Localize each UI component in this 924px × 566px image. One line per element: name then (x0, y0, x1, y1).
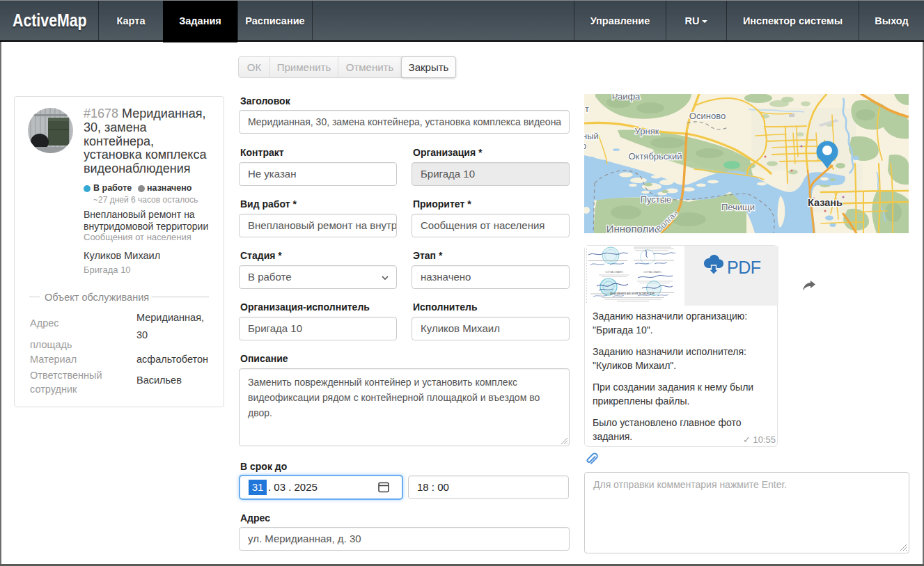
svg-text:Октябрьский: Октябрьский (628, 151, 682, 162)
svg-text:PDF: PDF (727, 258, 761, 277)
svg-text:Пустые: Пустые (641, 194, 672, 205)
svg-text:СОГЛАСОВАНО: СОГЛАСОВАНО (643, 271, 661, 274)
svg-text:Урняк: Урняк (635, 126, 659, 136)
svg-text:ПАСПОРТ БЕЗОПАСНОСТИ: ПАСПОРТ БЕЗОПАСНОСТИ (610, 292, 655, 295)
svg-text:Печищи: Печищи (721, 202, 755, 212)
svg-text:Иннополис: Иннополис (606, 223, 660, 233)
svg-text:Осиново: Осиново (689, 111, 726, 121)
svg-text:ный: ный (584, 131, 599, 141)
svg-text:СОГЛАСОВАНО: СОГЛАСОВАНО (605, 271, 623, 274)
svg-text:т: т (585, 104, 589, 114)
svg-text:Раифа: Раифа (612, 94, 641, 102)
svg-text:о: о (584, 141, 586, 151)
svg-text:Казань: Казань (808, 197, 843, 208)
